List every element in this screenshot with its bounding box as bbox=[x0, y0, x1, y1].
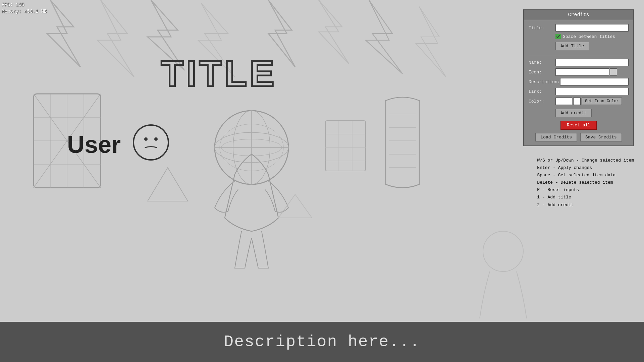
icon-label: Icon: bbox=[529, 70, 555, 75]
name-row: Name: bbox=[529, 59, 629, 66]
svg-point-39 bbox=[133, 125, 168, 160]
color-swatch-small[interactable] bbox=[573, 98, 581, 105]
link-input[interactable] bbox=[555, 88, 629, 95]
space-between-row: Space between titles bbox=[555, 34, 629, 39]
scene-user-text: User bbox=[67, 131, 121, 158]
add-title-button[interactable]: Add Title bbox=[555, 42, 589, 50]
description-label: Description: bbox=[529, 79, 560, 84]
credits-panel-title: Credits bbox=[524, 10, 633, 20]
space-between-label: Space between titles bbox=[563, 34, 615, 39]
scene-title-text: TITLE bbox=[161, 52, 277, 95]
name-label: Name: bbox=[529, 60, 555, 65]
svg-point-41 bbox=[154, 137, 158, 141]
color-label: Color: bbox=[529, 99, 555, 104]
reset-all-button[interactable]: Reset all bbox=[560, 121, 597, 130]
shortcut-line-6: 1 - Add title bbox=[537, 194, 634, 201]
credits-panel: Credits Title: Space between titles Add … bbox=[523, 9, 634, 146]
icon-picker-button[interactable] bbox=[610, 68, 617, 76]
color-swatch[interactable] bbox=[555, 98, 572, 105]
shortcut-line-7: 2 - Add credit bbox=[537, 201, 634, 209]
fps-display: FPS: 165 Memory: 450.1 MB bbox=[2, 2, 47, 15]
avatar bbox=[132, 124, 169, 161]
description-bar: Description here... bbox=[0, 322, 644, 362]
svg-point-40 bbox=[144, 137, 148, 141]
shortcut-line-4: Delete - Delete selected item bbox=[537, 179, 634, 186]
icon-input[interactable] bbox=[555, 68, 609, 76]
icon-row: Icon: bbox=[529, 68, 629, 76]
shortcut-line-5: R - Reset inputs bbox=[537, 186, 634, 194]
title-row: Title: bbox=[529, 24, 629, 32]
load-credits-button[interactable]: Load Credits bbox=[535, 133, 577, 141]
shortcut-line-3: Space - Get selected item data bbox=[537, 172, 634, 179]
space-between-checkbox[interactable] bbox=[555, 34, 561, 39]
title-label: Title: bbox=[529, 25, 555, 31]
color-row: Color: Get Icon Color bbox=[529, 98, 629, 105]
title-input[interactable] bbox=[555, 24, 629, 32]
get-icon-color-button[interactable]: Get Icon Color bbox=[582, 98, 622, 105]
link-label: Link: bbox=[529, 89, 555, 94]
link-row: Link: bbox=[529, 88, 629, 95]
shortcut-line-2: Enter - Apply changes bbox=[537, 164, 634, 172]
description-input[interactable] bbox=[560, 78, 629, 85]
add-credit-button[interactable]: Add credit bbox=[555, 109, 592, 117]
shortcuts-panel: W/S or Up/Down - Change selected item En… bbox=[537, 157, 634, 209]
name-input[interactable] bbox=[555, 59, 629, 66]
description-text: Description here... bbox=[224, 333, 420, 351]
description-row: Description: bbox=[529, 78, 629, 85]
shortcut-line-1: W/S or Up/Down - Change selected item bbox=[537, 157, 634, 164]
save-credits-button[interactable]: Save Credits bbox=[580, 133, 622, 141]
